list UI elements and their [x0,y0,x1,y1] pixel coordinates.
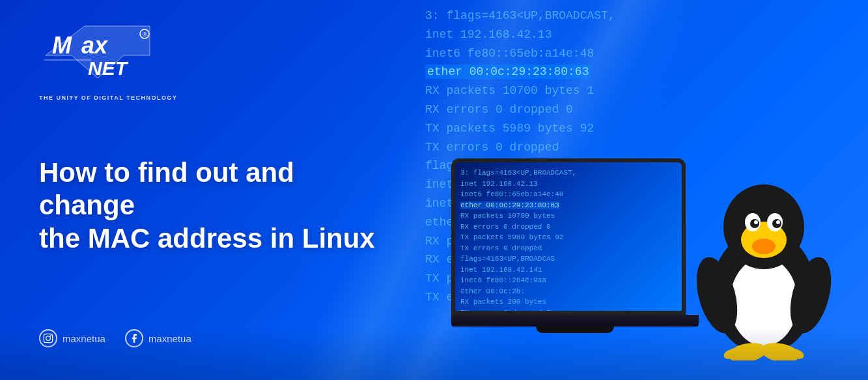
svg-point-10 [730,257,798,346]
svg-rect-6 [44,334,52,342]
svg-text:M: M [52,32,72,59]
laptop-terminal-text: 3: flags=4163<UP,BROADCAST, inet 192.168… [455,162,682,311]
instagram-link[interactable]: maxnetua [39,329,105,347]
main-heading-area: How to find out and change the MAC addre… [39,156,378,255]
svg-point-8 [50,335,51,336]
tux-svg [692,178,835,360]
logo-image: M ax NET ® [39,20,156,91]
logo-area: M ax NET ® THE UNITY OF DIGITAL TECHNOLO… [39,20,182,101]
heading-line-2: the MAC address in Linux [39,223,375,254]
svg-text:ax: ax [81,32,109,59]
svg-text:NET: NET [88,57,129,79]
svg-point-18 [776,220,780,224]
banner: 3: flags=4163<UP,BROADCAST, inet 192.168… [0,0,868,380]
svg-text:®: ® [143,31,147,38]
facebook-icon [125,329,143,347]
instagram-handle: maxnetua [63,333,105,344]
svg-point-19 [752,239,776,254]
laptop-illustration: 3: flags=4163<UP,BROADCAST, inet 192.168… [451,158,699,354]
laptop-screen: 3: flags=4163<UP,BROADCAST, inet 192.168… [451,158,686,315]
laptop-screen-content: 3: flags=4163<UP,BROADCAST, inet 192.168… [455,162,682,311]
heading-line-1: How to find out and change [39,157,294,220]
facebook-link[interactable]: maxnetua [125,329,191,347]
article-title: How to find out and change the MAC addre… [39,156,378,255]
svg-point-17 [754,220,758,224]
facebook-handle: maxnetua [148,333,191,344]
svg-point-7 [46,336,51,341]
maxnet-logo-svg: M ax NET ® [39,20,156,91]
instagram-icon [39,329,57,347]
tux-penguin [692,178,835,360]
social-links: maxnetua maxnetua [39,329,191,347]
logo-tagline: THE UNITY OF DIGITAL TECHNOLOGY [39,95,182,101]
laptop-base [451,315,699,327]
